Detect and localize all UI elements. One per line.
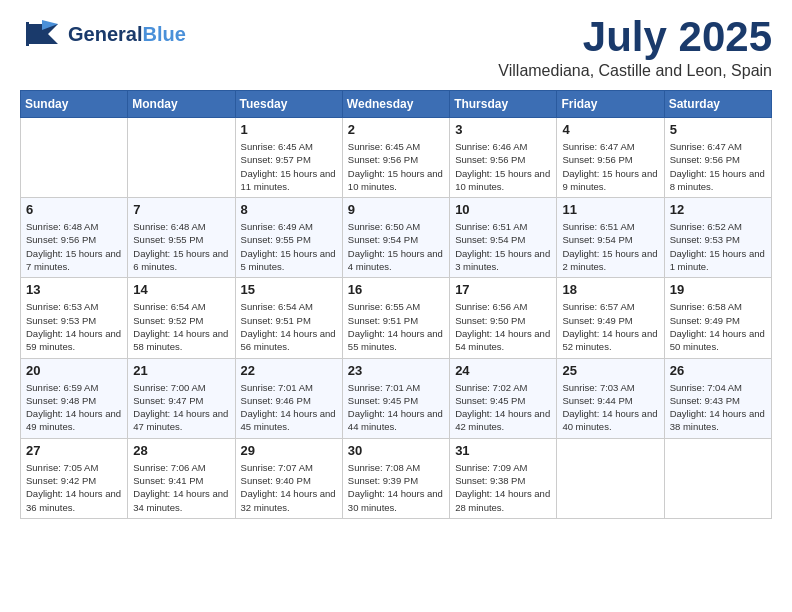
day-info: Sunrise: 7:09 AMSunset: 9:38 PMDaylight:… [455, 461, 551, 514]
svg-rect-2 [26, 22, 29, 46]
day-number: 21 [133, 363, 229, 378]
calendar-cell: 9Sunrise: 6:50 AMSunset: 9:54 PMDaylight… [342, 198, 449, 278]
logo: GeneralBlue [20, 16, 186, 52]
day-number: 4 [562, 122, 658, 137]
calendar-cell [557, 438, 664, 518]
col-header-sunday: Sunday [21, 91, 128, 118]
calendar-cell: 28Sunrise: 7:06 AMSunset: 9:41 PMDayligh… [128, 438, 235, 518]
day-info: Sunrise: 6:48 AMSunset: 9:55 PMDaylight:… [133, 220, 229, 273]
day-info: Sunrise: 6:45 AMSunset: 9:57 PMDaylight:… [241, 140, 337, 193]
calendar-cell: 5Sunrise: 6:47 AMSunset: 9:56 PMDaylight… [664, 118, 771, 198]
day-info: Sunrise: 6:45 AMSunset: 9:56 PMDaylight:… [348, 140, 444, 193]
calendar-cell [128, 118, 235, 198]
calendar-cell: 2Sunrise: 6:45 AMSunset: 9:56 PMDaylight… [342, 118, 449, 198]
day-number: 19 [670, 282, 766, 297]
calendar-cell: 17Sunrise: 6:56 AMSunset: 9:50 PMDayligh… [450, 278, 557, 358]
calendar-week-4: 27Sunrise: 7:05 AMSunset: 9:42 PMDayligh… [21, 438, 772, 518]
day-number: 7 [133, 202, 229, 217]
col-header-tuesday: Tuesday [235, 91, 342, 118]
day-number: 23 [348, 363, 444, 378]
calendar-cell: 11Sunrise: 6:51 AMSunset: 9:54 PMDayligh… [557, 198, 664, 278]
col-header-saturday: Saturday [664, 91, 771, 118]
calendar-cell: 29Sunrise: 7:07 AMSunset: 9:40 PMDayligh… [235, 438, 342, 518]
calendar-week-0: 1Sunrise: 6:45 AMSunset: 9:57 PMDaylight… [21, 118, 772, 198]
calendar-cell: 19Sunrise: 6:58 AMSunset: 9:49 PMDayligh… [664, 278, 771, 358]
calendar-cell: 21Sunrise: 7:00 AMSunset: 9:47 PMDayligh… [128, 358, 235, 438]
day-info: Sunrise: 7:07 AMSunset: 9:40 PMDaylight:… [241, 461, 337, 514]
day-number: 22 [241, 363, 337, 378]
day-number: 2 [348, 122, 444, 137]
calendar-cell: 25Sunrise: 7:03 AMSunset: 9:44 PMDayligh… [557, 358, 664, 438]
day-number: 15 [241, 282, 337, 297]
calendar-cell [21, 118, 128, 198]
col-header-friday: Friday [557, 91, 664, 118]
day-info: Sunrise: 6:51 AMSunset: 9:54 PMDaylight:… [455, 220, 551, 273]
calendar-cell: 8Sunrise: 6:49 AMSunset: 9:55 PMDaylight… [235, 198, 342, 278]
calendar-cell: 12Sunrise: 6:52 AMSunset: 9:53 PMDayligh… [664, 198, 771, 278]
day-info: Sunrise: 7:02 AMSunset: 9:45 PMDaylight:… [455, 381, 551, 434]
day-info: Sunrise: 6:47 AMSunset: 9:56 PMDaylight:… [670, 140, 766, 193]
calendar-cell: 14Sunrise: 6:54 AMSunset: 9:52 PMDayligh… [128, 278, 235, 358]
calendar-cell: 10Sunrise: 6:51 AMSunset: 9:54 PMDayligh… [450, 198, 557, 278]
day-info: Sunrise: 6:54 AMSunset: 9:51 PMDaylight:… [241, 300, 337, 353]
day-number: 30 [348, 443, 444, 458]
calendar-week-2: 13Sunrise: 6:53 AMSunset: 9:53 PMDayligh… [21, 278, 772, 358]
day-number: 11 [562, 202, 658, 217]
calendar-table: SundayMondayTuesdayWednesdayThursdayFrid… [20, 90, 772, 519]
day-number: 3 [455, 122, 551, 137]
day-info: Sunrise: 7:03 AMSunset: 9:44 PMDaylight:… [562, 381, 658, 434]
day-number: 10 [455, 202, 551, 217]
day-info: Sunrise: 6:58 AMSunset: 9:49 PMDaylight:… [670, 300, 766, 353]
day-number: 24 [455, 363, 551, 378]
day-info: Sunrise: 6:57 AMSunset: 9:49 PMDaylight:… [562, 300, 658, 353]
calendar-cell: 20Sunrise: 6:59 AMSunset: 9:48 PMDayligh… [21, 358, 128, 438]
calendar-cell: 4Sunrise: 6:47 AMSunset: 9:56 PMDaylight… [557, 118, 664, 198]
calendar-cell: 18Sunrise: 6:57 AMSunset: 9:49 PMDayligh… [557, 278, 664, 358]
day-info: Sunrise: 6:47 AMSunset: 9:56 PMDaylight:… [562, 140, 658, 193]
day-number: 17 [455, 282, 551, 297]
day-info: Sunrise: 6:48 AMSunset: 9:56 PMDaylight:… [26, 220, 122, 273]
day-info: Sunrise: 6:54 AMSunset: 9:52 PMDaylight:… [133, 300, 229, 353]
calendar-cell: 22Sunrise: 7:01 AMSunset: 9:46 PMDayligh… [235, 358, 342, 438]
day-info: Sunrise: 6:52 AMSunset: 9:53 PMDaylight:… [670, 220, 766, 273]
day-number: 6 [26, 202, 122, 217]
day-number: 5 [670, 122, 766, 137]
title-block: July 2025 Villamediana, Castille and Leo… [498, 16, 772, 80]
calendar-cell: 31Sunrise: 7:09 AMSunset: 9:38 PMDayligh… [450, 438, 557, 518]
calendar-cell [664, 438, 771, 518]
location-title: Villamediana, Castille and Leon, Spain [498, 62, 772, 80]
day-number: 12 [670, 202, 766, 217]
day-info: Sunrise: 6:56 AMSunset: 9:50 PMDaylight:… [455, 300, 551, 353]
day-info: Sunrise: 6:53 AMSunset: 9:53 PMDaylight:… [26, 300, 122, 353]
day-info: Sunrise: 6:55 AMSunset: 9:51 PMDaylight:… [348, 300, 444, 353]
calendar-week-1: 6Sunrise: 6:48 AMSunset: 9:56 PMDaylight… [21, 198, 772, 278]
calendar-week-3: 20Sunrise: 6:59 AMSunset: 9:48 PMDayligh… [21, 358, 772, 438]
day-info: Sunrise: 6:59 AMSunset: 9:48 PMDaylight:… [26, 381, 122, 434]
calendar-cell: 24Sunrise: 7:02 AMSunset: 9:45 PMDayligh… [450, 358, 557, 438]
day-number: 25 [562, 363, 658, 378]
day-number: 9 [348, 202, 444, 217]
day-number: 20 [26, 363, 122, 378]
calendar-header-row: SundayMondayTuesdayWednesdayThursdayFrid… [21, 91, 772, 118]
calendar-cell: 13Sunrise: 6:53 AMSunset: 9:53 PMDayligh… [21, 278, 128, 358]
logo-text: GeneralBlue [68, 23, 186, 45]
day-info: Sunrise: 7:00 AMSunset: 9:47 PMDaylight:… [133, 381, 229, 434]
calendar-cell: 15Sunrise: 6:54 AMSunset: 9:51 PMDayligh… [235, 278, 342, 358]
col-header-monday: Monday [128, 91, 235, 118]
day-number: 18 [562, 282, 658, 297]
calendar-cell: 23Sunrise: 7:01 AMSunset: 9:45 PMDayligh… [342, 358, 449, 438]
day-info: Sunrise: 7:04 AMSunset: 9:43 PMDaylight:… [670, 381, 766, 434]
day-number: 26 [670, 363, 766, 378]
day-info: Sunrise: 7:06 AMSunset: 9:41 PMDaylight:… [133, 461, 229, 514]
day-info: Sunrise: 7:05 AMSunset: 9:42 PMDaylight:… [26, 461, 122, 514]
day-info: Sunrise: 7:01 AMSunset: 9:45 PMDaylight:… [348, 381, 444, 434]
day-number: 1 [241, 122, 337, 137]
day-number: 28 [133, 443, 229, 458]
calendar-cell: 3Sunrise: 6:46 AMSunset: 9:56 PMDaylight… [450, 118, 557, 198]
day-info: Sunrise: 7:01 AMSunset: 9:46 PMDaylight:… [241, 381, 337, 434]
page-header: GeneralBlue July 2025 Villamediana, Cast… [20, 16, 772, 80]
logo-icon [20, 16, 64, 52]
calendar-cell: 1Sunrise: 6:45 AMSunset: 9:57 PMDaylight… [235, 118, 342, 198]
day-info: Sunrise: 7:08 AMSunset: 9:39 PMDaylight:… [348, 461, 444, 514]
calendar-cell: 16Sunrise: 6:55 AMSunset: 9:51 PMDayligh… [342, 278, 449, 358]
